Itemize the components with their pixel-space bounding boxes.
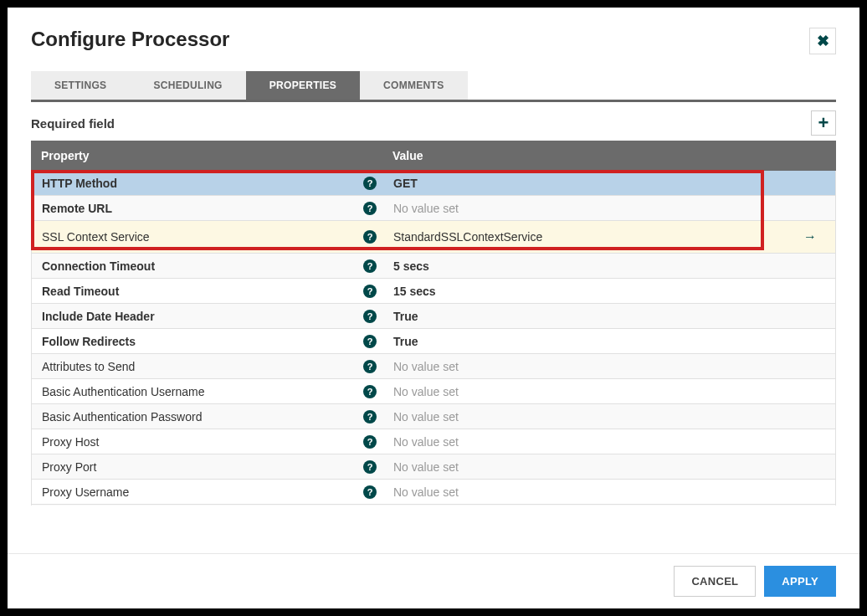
tab-scheduling[interactable]: SCHEDULING [130,71,245,100]
table-row[interactable]: Basic Authentication Username?No value s… [32,379,835,404]
table-row[interactable]: Include Date Header?True [32,304,835,329]
goto-controller-button[interactable]: → [785,221,835,253]
table-row[interactable]: Proxy Host?No value set [32,429,835,454]
property-value[interactable]: No value set [383,456,785,478]
table-row[interactable]: HTTP Method?GET [32,171,835,196]
property-value[interactable]: No value set [383,406,785,428]
property-name: Basic Authentication Username [42,385,205,398]
configure-processor-dialog: Configure Processor ✖ SETTINGSSCHEDULING… [8,8,859,608]
table-row[interactable]: Proxy Port?No value set [32,454,835,480]
goto-controller-button [785,459,835,475]
property-value[interactable]: 5 secs [383,255,785,277]
goto-controller-button [785,358,835,375]
property-name: Connection Timeout [42,259,155,273]
property-name: Proxy Host [42,435,99,449]
help-icon[interactable]: ? [363,385,377,398]
tab-bar: SETTINGSSCHEDULINGPROPERTIESCOMMENTS [31,71,836,102]
goto-controller-button [785,434,835,450]
property-name: Proxy Port [42,460,96,474]
goto-controller-button [785,383,835,400]
help-icon[interactable]: ? [363,259,377,273]
cancel-button[interactable]: CANCEL [674,566,756,597]
property-value[interactable]: True [383,331,785,352]
property-value[interactable]: 15 secs [383,280,785,302]
close-button[interactable]: ✖ [809,28,836,54]
goto-controller-button [785,308,835,325]
table-row[interactable]: Attributes to Send?No value set [32,354,835,379]
apply-button[interactable]: APPLY [764,566,836,597]
help-icon[interactable]: ? [363,310,377,323]
close-icon: ✖ [817,32,829,50]
property-value[interactable]: No value set [383,356,785,377]
column-header-property: Property [31,141,382,171]
tab-settings[interactable]: SETTINGS [31,71,130,100]
property-name: Basic Authentication Password [42,410,202,424]
required-field-label: Required field [31,116,115,131]
add-property-button[interactable]: + [811,110,836,136]
column-header-actions [786,141,836,171]
property-value[interactable]: No value set [383,481,785,503]
property-name: Proxy Username [42,485,129,499]
help-icon[interactable]: ? [363,360,377,373]
table-body[interactable]: HTTP Method?GETRemote URL?No value setSS… [31,171,836,506]
dialog-footer: CANCEL APPLY [8,553,859,608]
table-row[interactable]: Connection Timeout?5 secs [32,254,835,279]
property-value[interactable]: StandardSSLContextService [383,226,785,248]
goto-controller-button [785,333,835,350]
property-name: HTTP Method [42,177,117,190]
table-row[interactable]: Proxy Password?No value set [32,505,835,506]
property-value[interactable]: True [383,305,785,327]
table-row[interactable]: Read Timeout?15 secs [32,279,835,304]
property-name: Attributes to Send [42,360,135,373]
goto-controller-button [785,408,835,425]
dialog-header: Configure Processor ✖ [8,8,859,64]
tab-properties[interactable]: PROPERTIES [246,71,360,100]
goto-controller-button [785,200,835,217]
property-value[interactable]: GET [383,172,785,194]
goto-controller-button [785,283,835,300]
table-row[interactable]: SSL Context Service?StandardSSLContextSe… [32,221,835,254]
property-value[interactable]: No value set [383,198,785,219]
column-header-value: Value [382,141,786,171]
table-row[interactable]: Follow Redirects?True [32,329,835,354]
goto-controller-button [785,258,835,275]
help-icon[interactable]: ? [363,435,377,449]
goto-controller-button [785,484,835,501]
plus-icon: + [818,114,829,132]
property-value[interactable]: No value set [383,381,785,403]
properties-table: Property Value HTTP Method?GETRemote URL… [31,141,836,553]
help-icon[interactable]: ? [363,177,377,190]
dialog-title: Configure Processor [31,28,229,51]
help-icon[interactable]: ? [363,202,377,215]
goto-controller-button [785,175,835,192]
help-icon[interactable]: ? [363,285,377,298]
table-row[interactable]: Basic Authentication Password?No value s… [32,404,835,429]
help-icon[interactable]: ? [363,335,377,348]
table-row[interactable]: Proxy Username?No value set [32,480,835,505]
property-name: Read Timeout [42,285,119,298]
table-header: Property Value [31,141,836,171]
arrow-right-icon: → [803,229,817,244]
help-icon[interactable]: ? [363,230,377,244]
help-icon[interactable]: ? [363,460,377,474]
required-row: Required field + [8,102,859,141]
property-value[interactable]: No value set [383,431,785,453]
property-name: SSL Context Service [42,230,150,244]
table-row[interactable]: Remote URL?No value set [32,196,835,221]
property-name: Follow Redirects [42,335,136,348]
help-icon[interactable]: ? [363,485,377,499]
property-name: Include Date Header [42,310,155,323]
property-name: Remote URL [42,202,112,215]
help-icon[interactable]: ? [363,410,377,424]
tab-comments[interactable]: COMMENTS [360,71,467,100]
